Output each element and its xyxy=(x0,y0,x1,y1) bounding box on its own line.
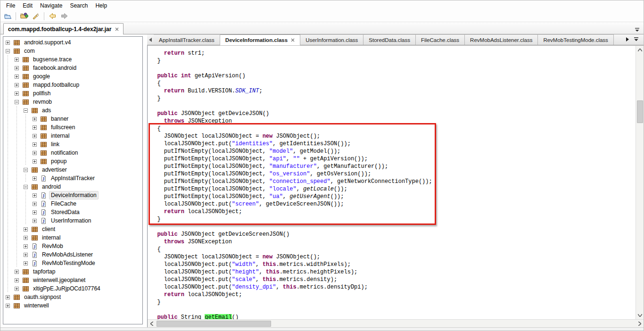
expand-icon[interactable] xyxy=(21,242,30,250)
tree-item-winterwell[interactable]: winterwell xyxy=(3,301,142,310)
jar-tab[interactable]: com.mappd.footballcup-1.4-dex2jar.jar xyxy=(3,23,124,34)
code-viewer[interactable]: return str1; } public int getApiVersion(… xyxy=(147,45,644,327)
collapse-icon[interactable] xyxy=(21,106,30,115)
tree-item-internal[interactable]: internal xyxy=(3,233,142,242)
scroll-up-icon[interactable] xyxy=(636,46,644,54)
collapse-icon[interactable] xyxy=(3,47,12,55)
menu-search[interactable]: Search xyxy=(66,1,91,10)
expand-icon[interactable] xyxy=(30,199,39,208)
collapse-icon[interactable] xyxy=(12,98,21,106)
package-tree-panel[interactable]: android.support.v4combugsense.tracefaceb… xyxy=(3,36,143,324)
expand-icon[interactable] xyxy=(12,276,21,284)
tab-storeddata-class[interactable]: StoredData.class xyxy=(363,34,416,45)
tab-list-dropdown-icon[interactable] xyxy=(634,37,639,42)
tree-item-revmobadslistener[interactable]: JRevMobAdsListener xyxy=(3,250,142,259)
tree-item-xltigppe-jurjpocd107764[interactable]: xltigPpE.JuRjpOCd107764 xyxy=(3,284,142,293)
tab-filecache-class[interactable]: FileCache.class xyxy=(416,34,465,45)
back-icon[interactable] xyxy=(47,11,58,21)
tab-appinstalltracker-class[interactable]: AppInstallTracker.class xyxy=(154,34,220,45)
menu-edit[interactable]: Edit xyxy=(19,1,36,10)
expand-icon[interactable] xyxy=(12,81,21,89)
tab-userinformation-class[interactable]: UserInformation.class xyxy=(300,34,363,45)
menu-file[interactable]: File xyxy=(2,1,19,10)
tab-revmobadslistener-class[interactable]: RevMobAdsListener.class xyxy=(465,34,538,45)
tree-item-advertiser[interactable]: advertiser xyxy=(3,166,142,174)
source-code[interactable]: return str1; } public int getApiVersion(… xyxy=(148,46,636,319)
expand-icon[interactable] xyxy=(12,267,21,276)
tab-deviceinformation-class[interactable]: DeviceInformation.class xyxy=(220,34,300,45)
scroll-right-icon[interactable] xyxy=(636,320,644,327)
tree-item-client[interactable]: client xyxy=(3,225,142,233)
collapse-icon[interactable] xyxy=(21,166,30,174)
tree-item-fullscreen[interactable]: fullscreen xyxy=(3,123,142,132)
tree-item-winterwell-jgeoplanet[interactable]: winterwell.jgeoplanet xyxy=(3,276,142,284)
vertical-scroll-thumb[interactable] xyxy=(637,100,643,123)
tabs-scroll-left-icon[interactable] xyxy=(147,34,154,45)
tree-item-bugsense-trace[interactable]: bugsense.trace xyxy=(3,55,142,64)
tree-item-com[interactable]: com xyxy=(3,47,142,55)
expand-icon[interactable] xyxy=(30,132,39,140)
expand-icon[interactable] xyxy=(12,55,21,64)
tree-item-banner[interactable]: banner xyxy=(3,115,142,123)
tab-revmobtestingmode-class[interactable]: RevMobTestingMode.class xyxy=(538,34,613,45)
tree-item-mappd-footballcup[interactable]: mappd.footballcup xyxy=(3,81,142,89)
tree-item-google[interactable]: google xyxy=(3,72,142,81)
tree-item-facebook-android[interactable]: facebook.android xyxy=(3,64,142,72)
close-icon[interactable] xyxy=(115,26,119,33)
collapse-icon[interactable] xyxy=(21,182,30,191)
vertical-scrollbar[interactable] xyxy=(636,46,644,319)
tree-item-ads[interactable]: ads xyxy=(3,106,142,115)
tree-item-android-support-v4[interactable]: android.support.v4 xyxy=(3,38,142,47)
tree-item-pollfish[interactable]: pollfish xyxy=(3,89,142,98)
tree-item-revmobtestingmode[interactable]: JRevMobTestingMode xyxy=(3,259,142,267)
expand-icon[interactable] xyxy=(3,301,12,310)
tabs-scroll-right-icon[interactable] xyxy=(626,37,629,42)
tree-item-appinstalltracker[interactable]: JAppInstallTracker xyxy=(3,174,142,182)
tree-item-filecache[interactable]: JFileCache xyxy=(3,199,142,208)
expand-icon[interactable] xyxy=(12,284,21,293)
tree-item-tapfortap[interactable]: tapfortap xyxy=(3,267,142,276)
open-type-icon[interactable] xyxy=(19,11,29,21)
expand-icon[interactable] xyxy=(3,293,12,301)
forward-icon[interactable] xyxy=(59,11,69,21)
tree-item-revmob[interactable]: revmob xyxy=(3,98,142,106)
tree-item-storeddata[interactable]: JStoredData xyxy=(3,208,142,216)
menu-help[interactable]: Help xyxy=(91,1,111,10)
expand-icon[interactable] xyxy=(30,140,39,149)
tree-item-userinformation[interactable]: JUserInformation xyxy=(3,216,142,225)
panel-splitter[interactable] xyxy=(143,34,147,327)
expand-icon[interactable] xyxy=(21,259,30,267)
search-icon[interactable] xyxy=(31,11,41,21)
expand-icon[interactable] xyxy=(21,250,30,259)
tree-item-oauth-signpost[interactable]: oauth.signpost xyxy=(3,293,142,301)
expand-icon[interactable] xyxy=(30,157,39,166)
tree-item-deviceinformation[interactable]: JDeviceInformation xyxy=(3,191,142,199)
close-icon[interactable] xyxy=(291,37,295,43)
expand-icon[interactable] xyxy=(12,64,21,72)
expand-icon[interactable] xyxy=(21,233,30,242)
expand-icon[interactable] xyxy=(30,123,39,132)
tree-item-popup[interactable]: popup xyxy=(3,157,142,166)
tree-item-revmob[interactable]: JRevMob xyxy=(3,242,142,250)
expand-icon[interactable] xyxy=(3,38,12,47)
tree-item-notification[interactable]: notification xyxy=(3,149,142,157)
expand-icon[interactable] xyxy=(12,72,21,81)
expand-icon[interactable] xyxy=(12,89,21,98)
expand-icon[interactable] xyxy=(30,149,39,157)
horizontal-scrollbar[interactable] xyxy=(148,319,644,327)
scroll-down-icon[interactable] xyxy=(636,311,644,319)
expand-icon[interactable] xyxy=(30,115,39,123)
menu-navigate[interactable]: Navigate xyxy=(36,1,66,10)
tree-item-android[interactable]: android xyxy=(3,182,142,191)
expand-icon[interactable] xyxy=(30,216,39,225)
expand-icon[interactable] xyxy=(30,191,39,199)
expand-icon[interactable] xyxy=(21,225,30,233)
tab-list-dropdown-icon[interactable] xyxy=(635,25,640,34)
tree-item-link[interactable]: link xyxy=(3,140,142,149)
expand-icon[interactable] xyxy=(30,174,39,182)
tree-item-internal[interactable]: internal xyxy=(3,132,142,140)
expand-icon[interactable] xyxy=(30,208,39,216)
horizontal-scroll-thumb[interactable] xyxy=(157,321,271,327)
open-file-icon[interactable] xyxy=(2,11,13,21)
scroll-left-icon[interactable] xyxy=(148,320,156,327)
